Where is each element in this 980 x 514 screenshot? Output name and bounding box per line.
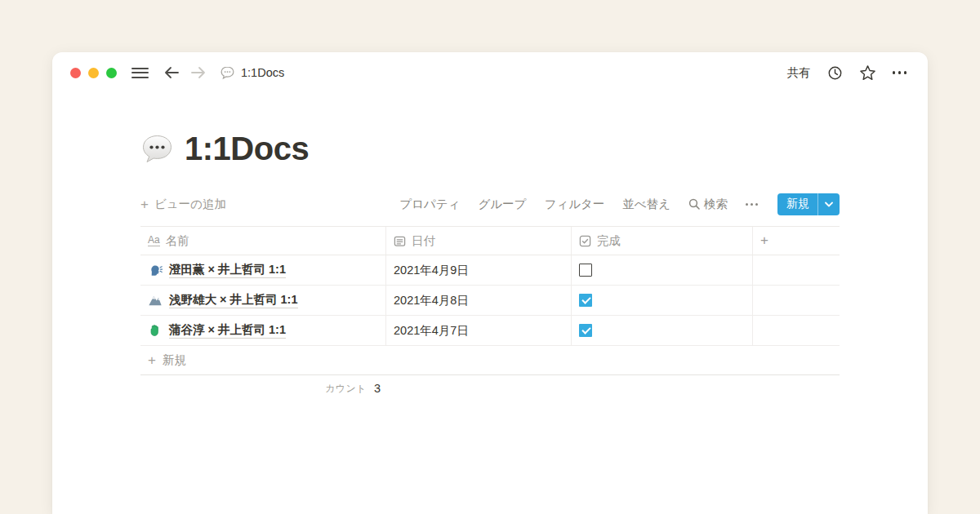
- filter-button[interactable]: フィルター: [544, 197, 604, 212]
- column-header-name[interactable]: Aa 名前: [140, 227, 386, 255]
- minimize-window-button[interactable]: [88, 68, 99, 78]
- done-checkbox[interactable]: [579, 294, 592, 307]
- row-title-cell[interactable]: 蒲谷淳 × 井上哲司 1:1: [140, 316, 386, 345]
- row-done-cell[interactable]: [572, 255, 753, 285]
- row-done-cell[interactable]: [572, 316, 753, 345]
- done-checkbox[interactable]: [579, 264, 592, 277]
- row-title-link[interactable]: 蒲谷淳 × 井上哲司 1:1: [169, 322, 286, 338]
- green-hand-emoji: [148, 323, 163, 338]
- row-title-cell[interactable]: 浅野雄大 × 井上哲司 1:1: [140, 286, 386, 315]
- add-column-button[interactable]: +: [753, 227, 840, 255]
- speaking-head-emoji: [148, 263, 163, 277]
- window-controls: [70, 68, 117, 78]
- column-label: 名前: [166, 233, 189, 249]
- view-options-ellipsis-icon[interactable]: [746, 203, 758, 206]
- star-icon[interactable]: [859, 64, 876, 81]
- count-label: カウント: [325, 382, 367, 396]
- table-row: 蒲谷淳 × 井上哲司 1:1 2021年4月7日: [140, 316, 840, 346]
- empty-cell: [753, 255, 840, 285]
- table-row: 澄田薫 × 井上哲司 1:1 2021年4月9日: [140, 255, 840, 286]
- row-date-cell[interactable]: 2021年4月9日: [386, 255, 572, 285]
- new-button-label: 新規: [777, 193, 817, 215]
- sidebar-menu-icon[interactable]: [131, 68, 149, 78]
- add-view-button[interactable]: + ビューの追加: [140, 197, 226, 212]
- new-record-button[interactable]: 新規: [777, 193, 840, 215]
- breadcrumb[interactable]: 1:1Docs: [220, 65, 284, 80]
- speech-balloon-emoji[interactable]: [140, 133, 174, 166]
- mountain-emoji: [148, 293, 163, 308]
- count-aggregate[interactable]: カウント 3: [140, 375, 386, 401]
- page-title[interactable]: 1:1Docs: [185, 131, 309, 167]
- history-clock-icon[interactable]: [827, 65, 843, 81]
- share-button[interactable]: 共有: [787, 65, 811, 81]
- aggregate-row: カウント 3: [140, 375, 840, 401]
- count-value: 3: [374, 382, 381, 395]
- plus-icon: +: [148, 353, 156, 367]
- table-header-row: Aa 名前 日付 完成 +: [140, 226, 840, 255]
- page-header: 1:1Docs: [140, 131, 840, 167]
- checkbox-icon: [579, 235, 591, 247]
- column-header-done[interactable]: 完成: [572, 227, 753, 255]
- plus-icon: +: [760, 233, 768, 249]
- sort-button[interactable]: 並べ替え: [622, 197, 670, 212]
- app-window: 1:1Docs 共有 1:1Docs: [52, 52, 928, 514]
- back-arrow-icon[interactable]: [163, 66, 180, 79]
- breadcrumb-title: 1:1Docs: [241, 66, 284, 79]
- plus-icon: +: [140, 197, 149, 211]
- done-checkbox[interactable]: [579, 324, 592, 337]
- column-label: 完成: [597, 233, 621, 249]
- titlebar: 1:1Docs 共有: [52, 52, 928, 93]
- forward-arrow-icon[interactable]: [190, 66, 207, 79]
- column-label: 日付: [412, 233, 435, 249]
- new-row-button[interactable]: + 新規: [140, 346, 840, 375]
- empty-cell: [753, 286, 840, 315]
- calendar-icon: [394, 235, 406, 247]
- view-toolbar: + ビューの追加 プロパティ グループ フィルター 並べ替え 検索 新規: [140, 193, 840, 215]
- close-window-button[interactable]: [70, 68, 81, 78]
- row-title-cell[interactable]: 澄田薫 × 井上哲司 1:1: [140, 255, 386, 285]
- row-done-cell[interactable]: [572, 286, 753, 315]
- group-button[interactable]: グループ: [478, 197, 526, 212]
- search-button[interactable]: 検索: [688, 197, 728, 212]
- table-row: 浅野雄大 × 井上哲司 1:1 2021年4月8日: [140, 286, 840, 316]
- column-header-date[interactable]: 日付: [386, 227, 572, 255]
- database-table: Aa 名前 日付 完成 +: [140, 226, 840, 401]
- text-Aa-icon: Aa: [148, 235, 160, 246]
- search-icon: [688, 198, 700, 210]
- row-title-link[interactable]: 澄田薫 × 井上哲司 1:1: [169, 262, 286, 277]
- speech-bubble-icon: [220, 65, 235, 80]
- more-ellipsis-icon[interactable]: [893, 71, 907, 74]
- row-date-cell[interactable]: 2021年4月8日: [386, 286, 572, 315]
- new-row-label: 新規: [163, 352, 186, 368]
- row-date-cell[interactable]: 2021年4月7日: [386, 316, 572, 345]
- add-view-label: ビューの追加: [154, 197, 226, 212]
- maximize-window-button[interactable]: [106, 68, 117, 78]
- empty-cell: [753, 316, 840, 345]
- properties-button[interactable]: プロパティ: [399, 197, 460, 212]
- search-label: 検索: [704, 197, 728, 212]
- chevron-down-icon[interactable]: [818, 193, 840, 215]
- row-title-link[interactable]: 浅野雄大 × 井上哲司 1:1: [169, 292, 298, 308]
